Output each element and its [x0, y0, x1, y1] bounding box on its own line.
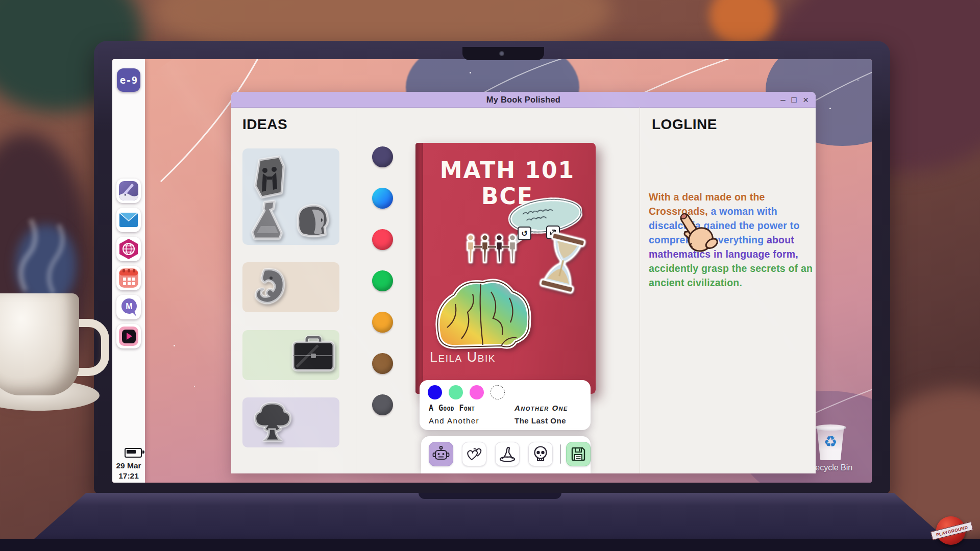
robot-icon [432, 445, 450, 463]
cover-color-swatch[interactable] [428, 385, 442, 399]
rainbow-brain-sticker[interactable] [430, 271, 537, 357]
wallpaper-star [194, 386, 195, 387]
idea-card-4[interactable] [242, 397, 339, 447]
wallpaper-star [857, 80, 859, 81]
window-titlebar[interactable]: My Book Polished [231, 92, 816, 108]
logline-header: LOGLINE [652, 116, 717, 133]
envelope-icon [119, 210, 138, 230]
app-window: My Book Polished – □ × IDEAS [231, 92, 816, 473]
woman-profile-sticker[interactable] [292, 202, 332, 238]
wallpaper-star [470, 72, 471, 73]
logline-segment: accidently grasp the secrets of an ancie… [649, 263, 813, 288]
webcam-lens [499, 51, 504, 56]
dock: e-9 [112, 59, 145, 483]
play-icon [119, 327, 138, 346]
recycle-icon: ♻ [816, 433, 845, 450]
cover-color-swatch[interactable] [449, 385, 463, 399]
font-option-3[interactable]: And Another [429, 416, 479, 425]
cover-author[interactable]: Leila Ubik [430, 349, 496, 365]
robot-category-button[interactable] [429, 442, 453, 466]
calendar-icon [119, 268, 138, 288]
dock-item-browser-app[interactable] [116, 237, 141, 261]
clock-time: 17:21 [112, 471, 145, 481]
horror-category-button[interactable] [528, 442, 553, 466]
handshake-plaque-sticker[interactable] [254, 156, 285, 199]
playground-logo: PLAYGROUND [933, 514, 970, 548]
toolbar-divider [560, 444, 561, 464]
witch-hat-icon [498, 445, 517, 463]
minimize-button[interactable]: – [780, 95, 785, 104]
magic-category-button[interactable] [495, 442, 520, 466]
wallpaper-star [174, 345, 175, 346]
idea-card-2[interactable] [242, 262, 339, 312]
recycle-bin[interactable]: ♻ Recycle Bin [813, 424, 849, 475]
style-popup: A Good Font Another One And Another The … [420, 380, 591, 430]
pen-icon [119, 181, 138, 201]
clock-date: 29 Mar [112, 461, 145, 470]
skull-icon [532, 445, 549, 463]
palette-dot[interactable] [372, 229, 393, 250]
dock-item-writing-app[interactable] [116, 179, 141, 203]
rotate-icon: ↺ [521, 229, 528, 238]
backdrop-frame-orange [709, 0, 776, 46]
idea-card-3[interactable] [242, 330, 339, 380]
font-option-4[interactable]: The Last One [514, 416, 566, 425]
chat-m-icon: M [119, 297, 138, 317]
window-title: My Book Polished [486, 95, 560, 105]
laptop-hinge-notch [419, 493, 561, 499]
hearts-icon [465, 446, 483, 462]
briefcase-sticker[interactable] [291, 335, 335, 373]
palette-dot[interactable] [372, 353, 393, 374]
os-logo[interactable]: e-9 [117, 68, 140, 92]
flask-sticker[interactable] [250, 201, 286, 240]
sticker-toolbar [421, 436, 591, 473]
color-swatches [428, 385, 505, 399]
battery-icon [125, 448, 142, 458]
palette-dots [372, 146, 393, 415]
laptop-base-edge [0, 539, 980, 551]
svg-text:M: M [126, 302, 132, 311]
mushroom-cloud-sticker[interactable] [252, 400, 292, 443]
game-scene: e-9 [0, 0, 980, 551]
palette-dot[interactable] [372, 188, 393, 209]
save-button[interactable] [566, 442, 591, 466]
font-option-2[interactable]: Another One [514, 404, 568, 412]
os-logo-text: e-9 [120, 74, 137, 86]
book-spine [415, 143, 423, 394]
window-controls: – □ × [780, 92, 808, 107]
romance-category-button[interactable] [462, 442, 486, 466]
fetus-sticker[interactable] [250, 267, 287, 307]
font-option-1[interactable]: A Good Font [429, 404, 475, 413]
coffee-steam [5, 204, 87, 296]
maximize-button[interactable]: □ [792, 95, 797, 104]
cover-color-swatch[interactable] [470, 385, 484, 399]
coffee-cup [0, 293, 79, 395]
close-button[interactable]: × [803, 95, 808, 105]
panel-divider-right [640, 107, 640, 473]
globe-icon [118, 239, 139, 259]
idea-card-1[interactable] [242, 148, 339, 245]
people-row-sticker[interactable] [462, 233, 520, 265]
hand-cursor [671, 208, 718, 259]
ideas-header: IDEAS [242, 116, 287, 133]
laptop-screen: e-9 [112, 59, 872, 483]
palette-dot[interactable] [372, 146, 393, 167]
dock-item-video-app[interactable] [116, 324, 141, 348]
wallpaper-star [829, 108, 831, 109]
save-icon [570, 446, 586, 462]
palette-dot[interactable] [372, 270, 393, 291]
dock-item-mail-app[interactable] [116, 208, 141, 232]
rotate-handle[interactable]: ↺ [518, 227, 531, 240]
palette-dot[interactable] [372, 312, 393, 333]
book-cover[interactable]: MATH 101 BCE ↺ [415, 143, 596, 394]
palette-dot[interactable] [372, 394, 393, 415]
cover-color-swatch[interactable] [491, 385, 505, 399]
dock-item-messenger-app[interactable]: M [116, 295, 141, 319]
dock-item-calendar-app[interactable] [116, 266, 141, 290]
panel-divider-left [356, 107, 356, 473]
